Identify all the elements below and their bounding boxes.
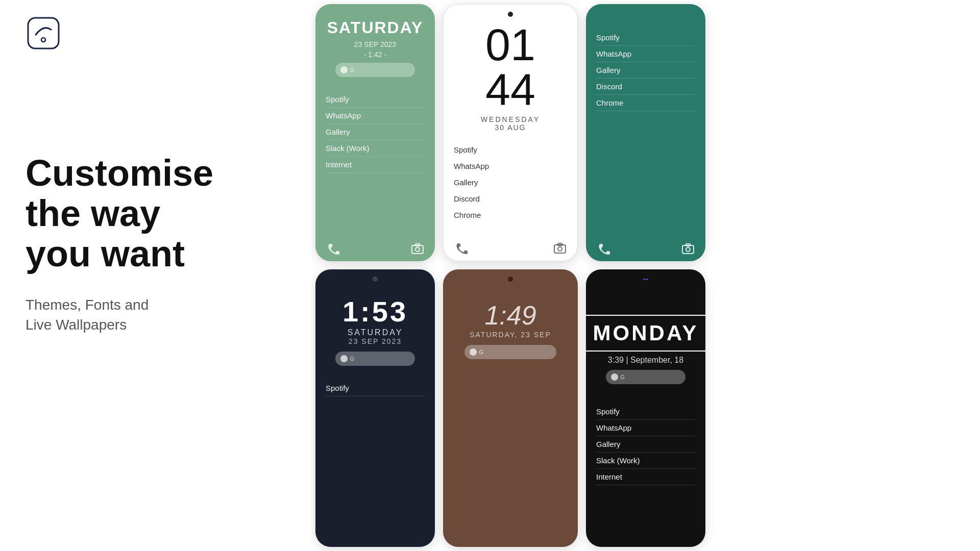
app-logo [26, 15, 61, 51]
phone-navy-date: 23 SEP 2023 [326, 337, 425, 345]
phone-white-apps: Spotify WhatsApp Gallery Discord Chrome [444, 137, 577, 229]
list-item: Discord [454, 191, 567, 207]
list-item: Spotify [326, 380, 425, 396]
list-item: Gallery [596, 436, 695, 453]
svg-point-1 [41, 38, 45, 42]
svg-point-6 [558, 247, 562, 251]
svg-rect-8 [682, 245, 694, 254]
phone-black-day-box: MONDAY [586, 315, 705, 352]
phones-grid: SATURDAY 23 SEP 2023 - 1:42 - G Spotify … [311, 0, 980, 551]
phone-brown-search: G [464, 345, 556, 359]
list-item: Gallery [596, 62, 695, 79]
list-item: Gallery [326, 124, 425, 140]
phone-white-bottom [444, 236, 577, 261]
phone-icon [326, 242, 340, 256]
subheading: Themes, Fonts and Live Wallpapers [26, 295, 286, 335]
headline: Customise the way you want [26, 153, 286, 274]
svg-rect-2 [412, 245, 423, 254]
phone-teal-apps: Spotify WhatsApp Gallery Discord Chrome [586, 24, 705, 116]
svg-point-3 [415, 247, 420, 252]
list-item: Chrome [454, 207, 567, 223]
list-item: Slack (Work) [596, 453, 695, 469]
phone-navy-apps: Spotify [315, 375, 435, 402]
phone-black-day: MONDAY [593, 321, 699, 345]
phone-black-header: MONDAY 3:39 | September, 18 G [586, 284, 705, 398]
list-item: WhatsApp [454, 158, 567, 174]
phone-brown-date: SATURDAY, 23 SEP [453, 331, 568, 339]
phone-navy-search: G [335, 352, 414, 366]
phone-teal: Spotify WhatsApp Gallery Discord Chrome [586, 4, 705, 261]
phone-navy-time: 1:53 [326, 295, 425, 328]
camera-dot [508, 277, 513, 282]
left-panel: Customise the way you want Themes, Fonts… [0, 0, 311, 551]
phone-brown-header: 1:49 SATURDAY, 23 SEP G [443, 269, 578, 368]
phone-black: ••• MONDAY 3:39 | September, 18 G Spotif… [586, 269, 705, 547]
phone-white-day: WEDNESDAY [454, 115, 567, 123]
phone-green: SATURDAY 23 SEP 2023 - 1:42 - G Spotify … [315, 4, 435, 261]
camera-icon [410, 242, 425, 256]
camera-dot [373, 277, 378, 282]
svg-rect-5 [554, 245, 566, 253]
phone-black-apps: Spotify WhatsApp Gallery Slack (Work) In… [586, 398, 705, 490]
phone-white-header: 01 44 WEDNESDAY 30 AUG [444, 5, 577, 137]
phone-white: 01 44 WEDNESDAY 30 AUG Spotify WhatsApp … [443, 4, 578, 261]
phone-brown-time: 1:49 [453, 300, 568, 331]
list-item: WhatsApp [596, 46, 695, 62]
phone-navy-day: SATURDAY [326, 328, 425, 337]
phone-teal-bottom [586, 237, 705, 261]
list-item: Gallery [454, 174, 567, 191]
list-item: Slack (Work) [326, 140, 425, 157]
phone-white-time: 01 44 [454, 22, 567, 112]
phone-black-time: 3:39 | September, 18 [608, 356, 683, 365]
list-item: Discord [596, 79, 695, 95]
phone-green-search: G [335, 63, 414, 77]
phone-green-apps: Spotify WhatsApp Gallery Slack (Work) In… [315, 86, 435, 178]
phone-green-date: 23 SEP 2023 [326, 40, 425, 48]
list-item: Spotify [454, 142, 567, 158]
phone-icon [454, 241, 468, 256]
svg-point-9 [686, 247, 690, 252]
camera-dot [508, 12, 513, 17]
list-item: Spotify [596, 30, 695, 46]
list-item: Internet [326, 157, 425, 173]
phone-black-search: G [606, 370, 685, 384]
list-item: WhatsApp [596, 420, 695, 436]
svg-rect-0 [28, 18, 59, 48]
phone-navy: 1:53 SATURDAY 23 SEP 2023 G Spotify [315, 269, 435, 547]
phone-green-header: SATURDAY 23 SEP 2023 - 1:42 - G [315, 4, 435, 86]
phone-green-bottom [315, 237, 435, 261]
phone-green-time: - 1:42 - [326, 51, 425, 59]
list-item: Spotify [596, 404, 695, 420]
phone-navy-header: 1:53 SATURDAY 23 SEP 2023 G [315, 269, 435, 375]
list-item: Internet [596, 469, 695, 485]
phone-icon [596, 242, 610, 256]
list-item: Spotify [326, 91, 425, 108]
phone-white-date: 30 AUG [454, 123, 567, 132]
camera-icon [681, 242, 695, 256]
list-item: WhatsApp [326, 108, 425, 124]
phone-brown: 1:49 SATURDAY, 23 SEP G [443, 269, 578, 547]
list-item: Chrome [596, 95, 695, 111]
camera-icon [553, 241, 567, 256]
